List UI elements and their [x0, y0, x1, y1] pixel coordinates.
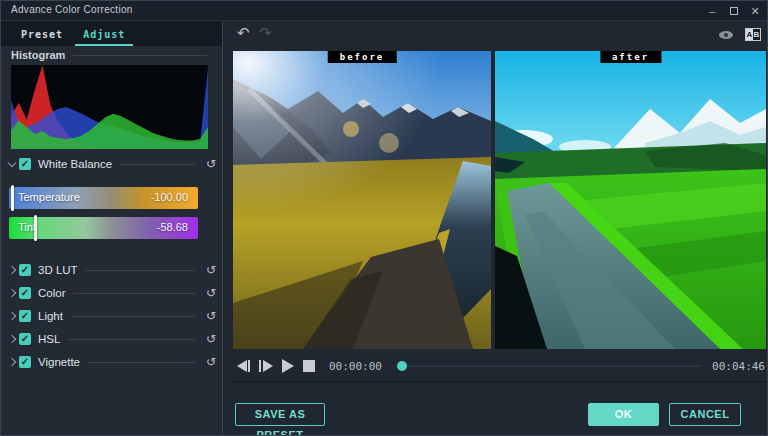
section-3d-lut: ✓ 3D LUT ↺: [5, 262, 219, 278]
section-vignette: ✓ Vignette ↺: [5, 354, 219, 370]
save-as-preset-button[interactable]: SAVE AS PRESET: [235, 403, 325, 426]
reset-icon[interactable]: ↺: [203, 263, 219, 277]
section-hsl: ✓ HSL ↺: [5, 331, 219, 347]
divider: [73, 293, 195, 294]
close-icon[interactable]: ✕: [746, 1, 764, 21]
cancel-button[interactable]: CANCEL: [669, 403, 741, 426]
compare-frames: before: [233, 51, 766, 349]
play-icon[interactable]: [277, 358, 299, 374]
vignette-label: Vignette: [38, 356, 80, 368]
divider: [68, 339, 195, 340]
advance-color-correction-window: Advance Color Correction – ✕ Preset Adju…: [0, 0, 768, 436]
reset-icon[interactable]: ↺: [203, 309, 219, 323]
temperature-value: -100.00: [151, 191, 188, 203]
temperature-label: Temperature: [18, 191, 80, 203]
vignette-checkbox[interactable]: ✓: [19, 356, 31, 368]
temperature-slider[interactable]: Temperature -100.00: [9, 187, 198, 209]
divider: [71, 316, 195, 317]
duration: 00:04:46: [712, 360, 765, 373]
progress-thumb[interactable]: [397, 361, 407, 371]
chevron-down-icon[interactable]: [5, 162, 19, 166]
previous-frame-icon[interactable]: [233, 358, 255, 374]
white-balance-label: White Balance: [38, 158, 112, 170]
adjust-panel: Preset Adjust Histogram ✓ White Balance …: [1, 21, 223, 436]
histogram-label: Histogram: [11, 49, 65, 61]
title-bar: Advance Color Correction – ✕: [1, 1, 768, 21]
divider: [120, 164, 195, 165]
chevron-right-icon[interactable]: [5, 267, 19, 273]
hsl-label: HSL: [38, 333, 60, 345]
tint-value: -58.68: [157, 221, 188, 233]
maximize-icon[interactable]: [725, 1, 743, 21]
color-label: Color: [38, 287, 65, 299]
minimize-icon[interactable]: –: [703, 1, 721, 21]
light-checkbox[interactable]: ✓: [19, 310, 31, 322]
chevron-right-icon[interactable]: [5, 336, 19, 342]
temperature-slider-handle[interactable]: [11, 185, 14, 211]
preview-area: ↶ ↷ AB: [229, 21, 768, 436]
transport-bar: 00:00:00 00:04:46: [233, 353, 765, 379]
chevron-right-icon[interactable]: [5, 313, 19, 319]
reset-icon[interactable]: ↺: [203, 332, 219, 346]
stop-icon[interactable]: [299, 358, 321, 374]
hsl-checkbox[interactable]: ✓: [19, 333, 31, 345]
chevron-right-icon[interactable]: [5, 290, 19, 296]
seek-track[interactable]: [396, 365, 700, 367]
next-frame-icon[interactable]: [255, 358, 277, 374]
divider: [86, 270, 195, 271]
after-badge: after: [600, 51, 661, 63]
reset-icon[interactable]: ↺: [203, 157, 219, 171]
tint-slider[interactable]: Tint -58.68: [9, 217, 198, 239]
before-video-frame: before: [233, 51, 491, 349]
redo-icon[interactable]: ↷: [259, 24, 272, 42]
before-badge: before: [328, 51, 397, 63]
reset-icon[interactable]: ↺: [203, 286, 219, 300]
chevron-right-icon[interactable]: [5, 359, 19, 365]
eye-icon[interactable]: [719, 31, 733, 39]
window-title: Advance Color Correction: [11, 4, 133, 15]
white-balance-checkbox[interactable]: ✓: [19, 158, 31, 170]
current-time: 00:00:00: [329, 360, 382, 373]
white-balance-section: ✓ White Balance ↺: [5, 156, 219, 172]
tab-preset[interactable]: Preset: [11, 24, 73, 46]
tab-adjust[interactable]: Adjust: [73, 24, 135, 46]
ab-compare-icon[interactable]: AB: [745, 28, 761, 41]
ok-button[interactable]: OK: [588, 403, 659, 426]
color-checkbox[interactable]: ✓: [19, 287, 31, 299]
divider: [73, 55, 207, 56]
light-label: Light: [38, 310, 63, 322]
section-light: ✓ Light ↺: [5, 308, 219, 324]
histogram-chart: [11, 65, 208, 149]
seek-slider[interactable]: [396, 358, 700, 374]
divider: [88, 362, 195, 363]
section-color: ✓ Color ↺: [5, 285, 219, 301]
reset-icon[interactable]: ↺: [203, 355, 219, 369]
undo-icon[interactable]: ↶: [237, 24, 250, 42]
after-video-frame: after: [495, 51, 766, 349]
footer-bar: SAVE AS PRESET OK CANCEL: [229, 381, 768, 436]
3d-lut-checkbox[interactable]: ✓: [19, 264, 31, 276]
tab-bar: Preset Adjust: [1, 21, 222, 46]
tint-label: Tint: [18, 221, 36, 233]
3d-lut-label: 3D LUT: [38, 264, 78, 276]
